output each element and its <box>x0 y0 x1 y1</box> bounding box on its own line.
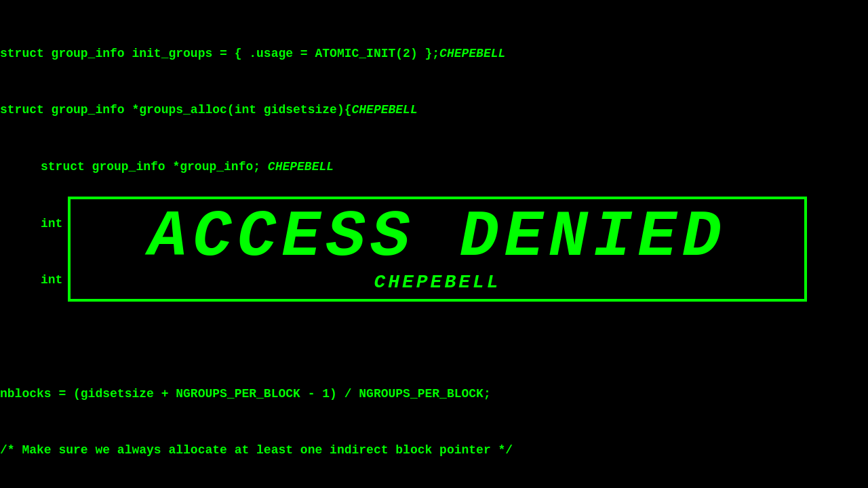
code-line-6 <box>0 328 868 347</box>
code-line-8: /* Make sure we always allocate at least… <box>0 441 868 460</box>
code-line-7: nblocks = (gidsetsize + NGROUPS_PER_BLOC… <box>0 385 868 404</box>
access-denied-subtitle: CHEPEBELL <box>374 272 500 293</box>
code-line-1: struct group_info init_groups = { .usage… <box>0 45 868 64</box>
watermark-1: CHEPEBELL <box>439 47 505 60</box>
watermark-2: CHEPEBELL <box>351 103 417 117</box>
access-denied-title: ACCESS DENIED <box>149 205 727 270</box>
watermark-3: CHEPEBELL <box>260 160 334 174</box>
code-line-2: struct group_info *groups_alloc(int gids… <box>0 101 868 120</box>
code-line-3: struct group_info *group_info; CHEPEBELL <box>0 158 868 177</box>
access-denied-overlay: ACCESS DENIED CHEPEBELL <box>68 197 807 302</box>
